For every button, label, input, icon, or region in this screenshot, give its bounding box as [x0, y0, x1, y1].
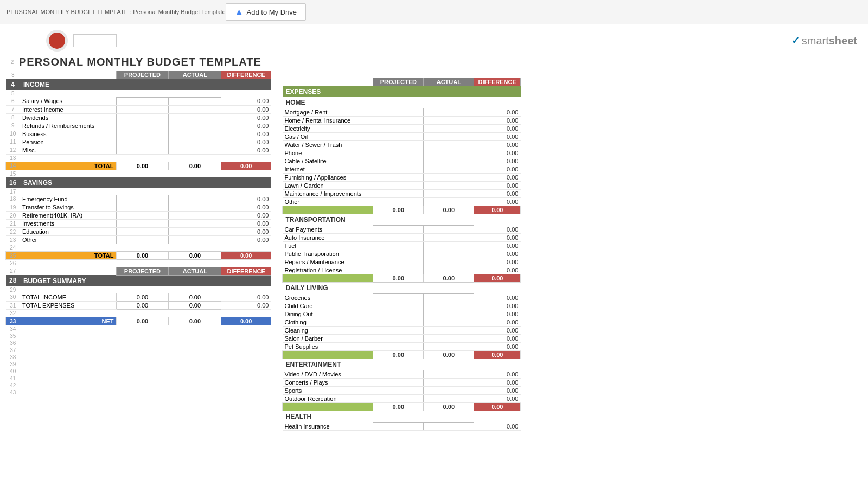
mortgage-label: Mortgage / Rent: [283, 108, 373, 117]
refunds-projected-input[interactable]: [116, 122, 169, 130]
income-section-header: 4 INCOME: [6, 79, 271, 91]
refunds-actual-input[interactable]: [169, 122, 221, 130]
mortgage-projected-input[interactable]: [373, 108, 424, 117]
transport-row-auto-insurance: Auto Insurance 0.00: [283, 234, 521, 242]
entertainment-total-projected: 0.00: [373, 403, 424, 411]
row-38: 38: [6, 354, 271, 361]
home-row-mortgage: Mortgage / Rent 0.00: [283, 108, 521, 117]
pension-projected-input[interactable]: [116, 138, 169, 146]
savings-other-label: Other: [20, 236, 116, 244]
add-to-drive-button[interactable]: ▲ Add to My Drive: [226, 3, 306, 21]
entertainment-label: ENTERTAINMENT: [283, 359, 521, 370]
entertainment-row-video: Video / DVD / Movies 0.00: [283, 370, 521, 379]
refunds-diff: 0.00: [221, 122, 271, 130]
investments-diff: 0.00: [221, 220, 271, 228]
education-projected-input[interactable]: [116, 228, 169, 236]
retirement-actual-input[interactable]: [169, 212, 221, 220]
misc-projected-input[interactable]: [116, 146, 169, 154]
savings-label: SAVINGS: [20, 177, 271, 188]
registration-label: Registration / License: [283, 266, 373, 274]
business-actual-input[interactable]: [169, 130, 221, 138]
budget-actual-header: ACTUAL: [169, 267, 221, 275]
home-row-furnishing: Furnishing / Appliances 0.00: [283, 174, 521, 182]
transport-row-repairs: Repairs / Maintenance 0.00: [283, 258, 521, 266]
mortgage-actual-input[interactable]: [424, 108, 474, 117]
transport-row-registration: Registration / License 0.00: [283, 266, 521, 274]
savings-other-diff: 0.00: [221, 236, 271, 244]
home-row-gas: Gas / Oil 0.00: [283, 133, 521, 141]
sheet-title: PERSONAL MONTHLY BUDGET TEMPLATE: [19, 56, 261, 68]
home-label: HOME: [283, 97, 521, 108]
savings-row-retirement: 20 Retirement(401K, IRA) 0.00: [6, 212, 271, 220]
transport-total-projected: 0.00: [373, 274, 424, 283]
concerts-plays-label: Concerts / Plays: [283, 379, 373, 387]
investments-projected-input[interactable]: [116, 220, 169, 228]
lawn-label: Lawn / Garden: [283, 182, 373, 190]
main-panels: 2 PERSONAL MONTHLY BUDGET TEMPLATE 3 PRO…: [0, 55, 868, 432]
add-to-drive-label: Add to My Drive: [247, 8, 297, 16]
home-total-row: 0.00 0.00 0.00: [283, 206, 521, 214]
transfer-savings-label: Transfer to Savings: [20, 203, 116, 212]
total-expenses-label: TOTAL EXPENSES: [20, 302, 116, 310]
misc-actual-input[interactable]: [169, 146, 221, 154]
education-actual-input[interactable]: [169, 228, 221, 236]
salary-projected-input[interactable]: [116, 97, 169, 105]
investments-actual-input[interactable]: [169, 220, 221, 228]
savings-other-actual-input[interactable]: [169, 236, 221, 244]
daily-total-row: 0.00 0.00 0.00: [283, 351, 521, 359]
retirement-label: Retirement(401K, IRA): [20, 212, 116, 220]
retirement-projected-input[interactable]: [116, 212, 169, 220]
cleaning-label: Cleaning: [283, 327, 373, 335]
interest-projected-input[interactable]: [116, 105, 169, 113]
misc-diff: 0.00: [221, 146, 271, 154]
income-total-label: TOTAL: [20, 162, 116, 170]
transportation-label: TRANSPORTATION: [283, 214, 521, 226]
internet-label: Internet: [283, 165, 373, 174]
income-row-dividends: 8 Dividends 0.00: [6, 113, 271, 122]
transport-row-fuel: Fuel 0.00: [283, 242, 521, 250]
emergency-actual-input[interactable]: [169, 195, 221, 203]
entertainment-total-diff: 0.00: [474, 403, 521, 411]
row-37: 37: [6, 347, 271, 354]
budget-summary-label: BUDGET SUMMARY: [20, 275, 271, 286]
income-row-interest: 7 Interest Income 0.00: [6, 105, 271, 113]
investments-label: Investments: [20, 220, 116, 228]
emergency-projected-input[interactable]: [116, 195, 169, 203]
salary-actual-input[interactable]: [169, 97, 221, 105]
row-39: 39: [6, 361, 271, 368]
daily-row-dining: Dining Out 0.00: [283, 310, 521, 318]
home-row-lawn: Lawn / Garden 0.00: [283, 182, 521, 190]
dividends-projected-input[interactable]: [116, 113, 169, 122]
row-24: 24: [6, 244, 271, 252]
daily-total-diff: 0.00: [474, 351, 521, 359]
home-insurance-label: Home / Rental Insurance: [283, 117, 373, 125]
income-total-diff: 0.00: [221, 162, 271, 170]
transfer-diff: 0.00: [221, 203, 271, 212]
interest-actual-input[interactable]: [169, 105, 221, 113]
income-row-pension: 11 Pension 0.00: [6, 138, 271, 146]
transfer-actual-input[interactable]: [169, 203, 221, 212]
fuel-label: Fuel: [283, 242, 373, 250]
right-difference-header: DIFFERENCE: [474, 78, 521, 86]
daily-living-label: DAILY LIVING: [283, 283, 521, 294]
income-label: INCOME: [20, 79, 271, 91]
expenses-label: EXPENSES: [283, 86, 521, 98]
pension-actual-input[interactable]: [169, 138, 221, 146]
savings-total-actual: 0.00: [169, 252, 221, 260]
home-row-water: Water / Sewer / Trash 0.00: [283, 141, 521, 149]
daily-row-clothing: Clothing 0.00: [283, 318, 521, 327]
retirement-diff: 0.00: [221, 212, 271, 220]
auto-insurance-label: Auto Insurance: [283, 234, 373, 242]
transfer-projected-input[interactable]: [116, 203, 169, 212]
savings-total-label: TOTAL: [20, 252, 116, 260]
spreadsheet-area: ✓ smartsheet 2 PERSONAL MONTHLY BUDGET T…: [0, 24, 868, 489]
business-projected-input[interactable]: [116, 130, 169, 138]
home-total-projected: 0.00: [373, 206, 424, 214]
daily-row-salon: Salon / Barber 0.00: [283, 335, 521, 343]
home-row-phone: Phone 0.00: [283, 149, 521, 157]
savings-other-projected-input[interactable]: [116, 236, 169, 244]
outdoor-recreation-label: Outdoor Recreation: [283, 395, 373, 403]
entertainment-total-row: 0.00 0.00 0.00: [283, 403, 521, 411]
dividends-actual-input[interactable]: [169, 113, 221, 122]
gas-oil-label: Gas / Oil: [283, 133, 373, 141]
